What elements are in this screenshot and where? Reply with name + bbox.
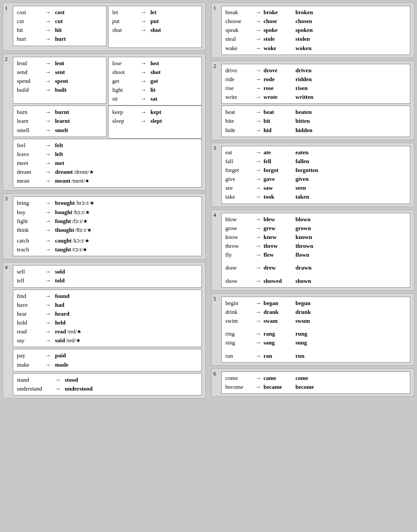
- verb-pp: blown: [295, 215, 311, 224]
- verb-base: hurt: [17, 35, 43, 43]
- verb-past: hurt: [55, 35, 66, 43]
- verb-arrow: →: [253, 84, 264, 93]
- verb-row: hide→hidhidden: [225, 126, 406, 135]
- verb-arrow: →: [253, 242, 264, 250]
- verb-base: forget: [225, 166, 253, 175]
- verb-arrow: →: [253, 44, 264, 53]
- verb-past: hid: [264, 126, 295, 135]
- verb-pp: spoken: [295, 26, 313, 35]
- verb-past: cut: [55, 17, 63, 26]
- verb-past: chose: [264, 17, 295, 26]
- verb-box: drive→drovedrivenride→roderiddenrise→ros…: [221, 64, 410, 104]
- verb-base: sit: [112, 94, 138, 103]
- verb-past: burnt: [55, 108, 69, 117]
- verb-arrow: →: [138, 77, 149, 86]
- verb-base: lose: [112, 59, 138, 68]
- verb-arrow: →: [43, 8, 53, 17]
- verb-pp: begun: [295, 299, 311, 308]
- verb-arrow: →: [253, 263, 264, 272]
- verb-base: bring: [17, 199, 43, 207]
- verb-arrow: →: [253, 184, 264, 192]
- verb-arrow: →: [253, 166, 264, 175]
- verb-past: broke: [264, 8, 295, 17]
- verb-arrow: →: [43, 126, 53, 135]
- verb-arrow: →: [138, 117, 149, 125]
- verb-pp: broken: [295, 8, 313, 17]
- verb-past: dreamt: [55, 168, 73, 176]
- verb-base: get: [112, 77, 138, 86]
- verb-row: choose→chosechosen: [225, 17, 406, 26]
- verb-box: stand→stoodunderstand→understood: [13, 373, 202, 395]
- verb-past: rode: [264, 75, 295, 84]
- verb-pp: become: [295, 383, 314, 391]
- verb-past: drove: [264, 66, 295, 75]
- verb-past: left: [55, 150, 63, 159]
- verb-row: grow→grewgrown: [225, 224, 406, 233]
- verb-pp: swum: [295, 317, 310, 325]
- verb-note: /dremt/★: [74, 168, 94, 176]
- verb-base: read: [17, 327, 43, 336]
- verb-past: learnt: [55, 117, 70, 125]
- verb-row: send→sent: [17, 68, 102, 77]
- verb-base: swim: [225, 317, 253, 325]
- verb-base: light: [112, 86, 138, 94]
- verb-arrow: →: [43, 309, 53, 318]
- verb-base: write: [225, 93, 253, 102]
- verb-pp: chosen: [295, 17, 312, 26]
- verb-base: blow: [225, 215, 253, 224]
- verb-past: sent: [55, 68, 65, 77]
- verb-past: began: [264, 299, 295, 308]
- verb-row: wake→wokewoken: [225, 44, 406, 53]
- verb-past: grew: [264, 224, 295, 233]
- verb-row: ride→roderidden: [225, 75, 406, 84]
- verb-box: lose→lostshoot→shotget→gotlight→litsit→s…: [108, 57, 202, 106]
- verb-base: shut: [112, 26, 138, 35]
- section-6: 6come→camecomebecome→becamebecome: [211, 368, 414, 397]
- verb-past: showed: [264, 277, 295, 286]
- verb-row: fight→fought /fɔːt/★: [17, 217, 198, 226]
- verb-base: leave: [17, 150, 43, 159]
- section-2: 2lend→lentsend→sentspend→spentbuild→buil…: [3, 54, 206, 191]
- verb-row: beat→beatbeaten: [225, 108, 406, 117]
- two-col-box: cost→costcut→cuthit→hithurt→hurtlet→letp…: [13, 6, 202, 48]
- verb-box: burn→burntlearn→learntsmell→smelt: [13, 106, 106, 137]
- verb-arrow: →: [43, 236, 53, 245]
- verb-row: see→sawseen: [225, 184, 406, 192]
- verb-base: hold: [17, 318, 43, 327]
- verb-base: eat: [225, 148, 253, 157]
- verb-row: swim→swamswum: [225, 317, 406, 325]
- verb-row: burn→burnt: [17, 108, 102, 117]
- verb-base: feel: [17, 141, 43, 150]
- verb-arrow: →: [43, 159, 53, 168]
- verb-past: stole: [264, 35, 295, 43]
- verb-row: buy→bought /bɔːt/★: [17, 208, 198, 217]
- verb-base: put: [112, 17, 138, 26]
- verb-pp: shown: [295, 277, 311, 286]
- verb-past: woke: [264, 44, 295, 53]
- verb-past: shot: [150, 68, 161, 77]
- section-number: 5: [213, 296, 216, 302]
- verb-pp: thrown: [295, 242, 313, 250]
- verb-past: read: [55, 327, 66, 336]
- verb-arrow: →: [43, 327, 53, 336]
- verb-box: bring→brought /brɔːt/★buy→bought /bɔːt/★…: [13, 196, 202, 256]
- verb-row: put→put: [112, 17, 198, 26]
- verb-arrow: →: [43, 176, 53, 185]
- verb-past: felt: [55, 141, 63, 150]
- verb-past: shut: [150, 26, 161, 35]
- verb-box: cost→costcut→cuthit→hithurt→hurt: [13, 6, 106, 46]
- verb-arrow: →: [43, 245, 53, 254]
- verb-row: get→got: [112, 77, 198, 86]
- verb-pp: stolen: [295, 35, 310, 43]
- verb-past: ran: [264, 352, 295, 360]
- verb-row: mean→meant /ment/★: [17, 176, 198, 185]
- verb-row: fly→flewflown: [225, 250, 406, 259]
- verb-pp: fallen: [295, 157, 309, 166]
- section-number: 3: [5, 196, 8, 202]
- verb-arrow: →: [253, 148, 264, 157]
- verb-box: come→camecomebecome→becamebecome: [221, 372, 410, 394]
- verb-row: cut→cut: [17, 17, 102, 26]
- verb-row: sing→sangsung: [225, 338, 406, 347]
- verb-arrow: →: [138, 8, 149, 17]
- verb-box: blow→blewblowngrow→grewgrownknow→knewkno…: [221, 213, 410, 288]
